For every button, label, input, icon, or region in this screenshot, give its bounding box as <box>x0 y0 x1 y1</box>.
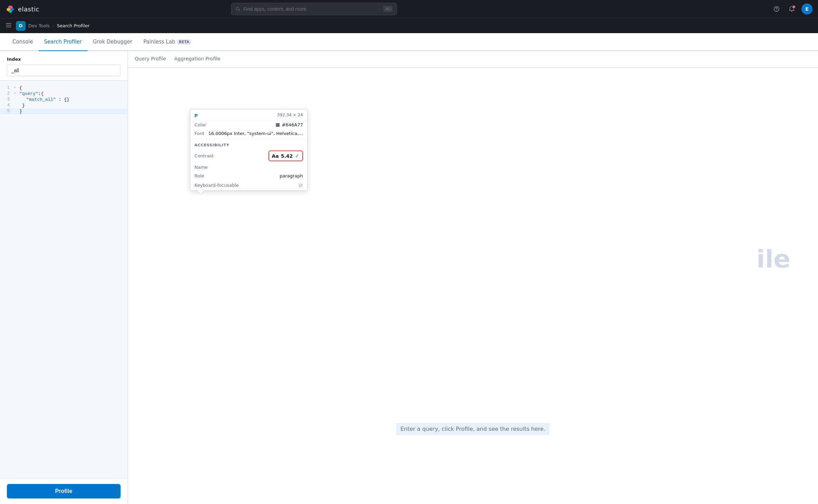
index-section: Index <box>0 51 127 80</box>
inspector-panel: p 392.34 × 24 Color #646A77 Font 16.0006… <box>190 109 307 191</box>
role-label: Role <box>194 173 204 178</box>
tab-grok-debugger[interactable]: Grok Debugger <box>87 33 138 51</box>
contrast-aa: Aa <box>272 153 279 159</box>
inspector-divider <box>190 139 307 139</box>
keyboard-focusable-icon: ⊘ <box>298 182 303 188</box>
check-icon: ✓ <box>295 153 299 159</box>
breadcrumb-bar: D Dev Tools › Search Profiler <box>0 18 818 33</box>
global-search-bar[interactable]: ⌘/ <box>231 3 397 15</box>
breadcrumb-dev-tools[interactable]: Dev Tools <box>28 23 50 28</box>
code-line-5: 5 } <box>0 108 127 114</box>
font-value: 16.0006px Inter, "system-ui", Helvetica,… <box>208 131 303 136</box>
inspector-color-row: Color #646A77 <box>190 120 307 129</box>
user-avatar[interactable]: E <box>801 3 812 14</box>
tab-search-profiler[interactable]: Search Profiler <box>39 33 87 51</box>
role-value: paragraph <box>279 173 303 178</box>
tab-query-profile[interactable]: Query Profile <box>135 56 166 63</box>
top-nav: elastic ⌘/ E <box>0 0 818 18</box>
code-line-4: 4 } <box>0 103 127 108</box>
inspector-header: p 392.34 × 24 <box>190 109 307 120</box>
logo-text: elastic <box>18 6 39 13</box>
tab-painless-lab[interactable]: Painless Lab BETA <box>138 33 197 51</box>
accessibility-header: ACCESSIBILITY <box>190 141 307 149</box>
index-input[interactable] <box>7 65 121 76</box>
color-swatch <box>276 123 280 127</box>
inspector-role-row: Role paragraph <box>190 172 307 180</box>
svg-point-7 <box>12 8 14 11</box>
main-content: Index 1 ▾ { 2 ▾ "query":{ 3 "match_all" … <box>0 51 818 504</box>
inspector-tag: p <box>194 112 198 117</box>
profile-button[interactable]: Profile <box>7 484 121 498</box>
search-shortcut: ⌘/ <box>383 6 392 12</box>
inspector-contrast-row: Contrast Aa 5.42 ✓ <box>190 149 307 163</box>
inspector-name-row: Name <box>190 163 307 172</box>
color-label: Color <box>194 122 206 127</box>
inspector-font-row: Font 16.0006px Inter, "system-ui", Helve… <box>190 129 307 138</box>
bell-icon <box>789 6 795 12</box>
code-editor[interactable]: 1 ▾ { 2 ▾ "query":{ 3 "match_all" : {} 4… <box>0 80 127 478</box>
hamburger-button[interactable] <box>6 22 12 30</box>
notifications-button[interactable] <box>786 3 797 14</box>
svg-point-8 <box>9 10 12 13</box>
contrast-score: 5.42 <box>281 153 293 159</box>
code-line-3: 3 "match_all" : {} <box>0 97 127 103</box>
help-icon <box>773 6 780 12</box>
instruction-text: Enter a query, click Profile, and see th… <box>396 423 550 435</box>
breadcrumb-current[interactable]: Search Profiler <box>57 23 90 28</box>
svg-point-11 <box>776 10 777 11</box>
profile-btn-container: Profile <box>0 478 127 504</box>
right-panel-content: ile p 392.34 × 24 Color #646A77 Font 16.… <box>128 68 818 504</box>
code-line-2: 2 ▾ "query":{ <box>0 91 127 97</box>
breadcrumb-app-icon[interactable]: D <box>16 21 26 31</box>
name-label: Name <box>194 165 208 170</box>
breadcrumb-separator: › <box>53 23 54 28</box>
nav-right: E <box>771 3 812 14</box>
help-button[interactable] <box>771 3 782 14</box>
svg-point-6 <box>7 8 9 11</box>
tab-console[interactable]: Console <box>7 33 39 51</box>
inspector-dimensions: 392.34 × 24 <box>277 113 303 117</box>
tab-aggregation-profile[interactable]: Aggregation Profile <box>174 56 221 63</box>
contrast-label: Contrast <box>194 153 214 158</box>
index-label: Index <box>7 57 121 62</box>
right-tabs: Query Profile Aggregation Profile <box>128 51 818 68</box>
hamburger-icon <box>6 22 12 28</box>
inspector-triangle <box>197 190 204 194</box>
color-value: #646A77 <box>276 122 303 127</box>
left-panel: Index 1 ▾ { 2 ▾ "query":{ 3 "match_all" … <box>0 51 128 504</box>
main-tabs-bar: Console Search Profiler Grok Debugger Pa… <box>0 33 818 51</box>
inspector-keyboard-row: Keyboard-focusable ⊘ <box>190 180 307 190</box>
svg-point-5 <box>9 6 12 9</box>
profile-text-background: ile <box>757 244 790 273</box>
elastic-logo[interactable]: elastic <box>6 4 39 14</box>
global-search-input[interactable] <box>243 6 381 12</box>
keyboard-label: Keyboard-focusable <box>194 183 239 188</box>
search-icon <box>236 7 240 11</box>
contrast-badge: Aa 5.42 ✓ <box>268 151 303 161</box>
code-line-1: 1 ▾ { <box>0 85 127 91</box>
font-label: Font <box>194 131 204 136</box>
beta-badge: BETA <box>177 39 191 45</box>
right-panel: Query Profile Aggregation Profile ile p … <box>128 51 818 504</box>
elastic-logo-icon <box>6 4 15 14</box>
